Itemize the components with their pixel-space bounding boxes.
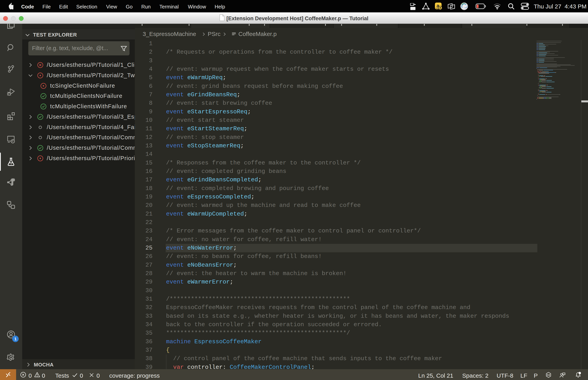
svg-text:C#: C# <box>547 374 550 377</box>
